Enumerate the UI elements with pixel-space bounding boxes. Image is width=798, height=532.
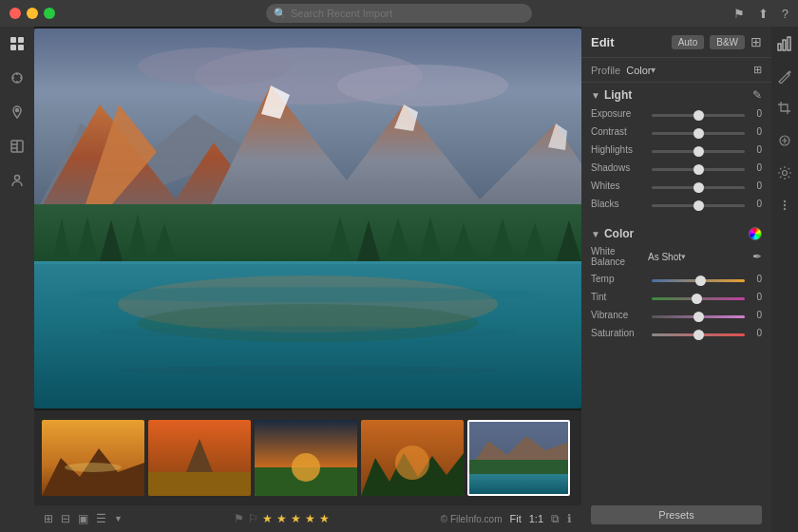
help-icon[interactable]: ? xyxy=(782,7,788,21)
saturation-value: 0 xyxy=(749,328,762,338)
star-2[interactable]: ★ xyxy=(276,512,287,525)
light-section-header[interactable]: ▼ Light ✎ xyxy=(591,88,762,102)
temp-label: Temp xyxy=(591,274,648,284)
saturation-slider[interactable] xyxy=(652,333,745,336)
svg-point-37 xyxy=(99,327,517,338)
settings-icon[interactable] xyxy=(775,163,794,182)
vibrance-slider[interactable] xyxy=(652,315,745,318)
sidebar-icon-library[interactable] xyxy=(8,34,27,53)
edit-title: Edit xyxy=(591,35,666,49)
share-icon[interactable]: ⬆ xyxy=(758,7,769,21)
profile-grid-icon[interactable]: ⊞ xyxy=(753,64,762,76)
contrast-slider[interactable] xyxy=(652,132,745,135)
filmstrip-thumb-4[interactable] xyxy=(361,420,464,496)
light-arrow-icon: ▼ xyxy=(591,90,600,101)
bottom-left: ⊞ ⊟ ▣ ☰ ▼ xyxy=(44,512,123,525)
svg-rect-55 xyxy=(469,474,570,496)
left-sidebar xyxy=(0,27,34,532)
maximize-button[interactable] xyxy=(44,8,55,19)
titlebar: 🔍 ⚑ ⬆ ? xyxy=(0,0,798,27)
star-1[interactable]: ★ xyxy=(262,512,273,525)
vibrance-row: Vibrance 0 xyxy=(591,309,762,320)
color-section-header[interactable]: ▼ Color xyxy=(591,227,762,240)
whites-value: 0 xyxy=(749,180,762,191)
highlights-row: Highlights 0 xyxy=(591,143,762,155)
eyedropper-icon[interactable]: ✒ xyxy=(752,250,762,263)
svg-point-63 xyxy=(784,208,786,210)
compare-icon[interactable]: ⧉ xyxy=(551,512,560,525)
single-view-icon[interactable]: ▣ xyxy=(78,512,88,525)
search-input[interactable] xyxy=(291,8,524,19)
temp-slider[interactable] xyxy=(652,279,745,282)
saturation-row: Saturation 0 xyxy=(591,327,762,338)
tint-value: 0 xyxy=(749,292,762,302)
profile-dropdown-icon[interactable]: ▾ xyxy=(651,65,656,75)
list-view-icon[interactable]: ☰ xyxy=(96,512,106,525)
exposure-slider[interactable] xyxy=(652,114,745,117)
healing-icon[interactable] xyxy=(775,131,794,150)
tint-label: Tint xyxy=(591,292,648,302)
grid-view-icon[interactable]: ⊞ xyxy=(44,512,53,525)
bw-button[interactable]: B&W xyxy=(710,35,745,49)
highlights-value: 0 xyxy=(749,144,762,155)
fit-label[interactable]: Fit xyxy=(509,513,521,524)
flag-right-icon[interactable]: ⚐ xyxy=(248,512,258,525)
star-4[interactable]: ★ xyxy=(305,512,315,525)
svg-rect-58 xyxy=(788,37,790,50)
tint-slider[interactable] xyxy=(652,297,745,300)
filmstrip-thumb-1[interactable] xyxy=(42,420,144,496)
contrast-label: Contrast xyxy=(591,126,648,137)
color-arrow-icon: ▼ xyxy=(591,229,600,239)
info-icon[interactable]: ℹ xyxy=(567,512,572,525)
filmstrip-thumb-2[interactable] xyxy=(148,420,251,496)
more-icon[interactable] xyxy=(775,196,794,215)
grid-button[interactable]: ⊞ xyxy=(750,34,762,49)
filter-icon[interactable]: ⚑ xyxy=(733,7,745,21)
sort-dropdown-icon[interactable]: ▼ xyxy=(114,514,123,523)
svg-point-7 xyxy=(15,176,20,180)
sidebar-icon-book[interactable] xyxy=(8,137,27,156)
highlights-slider[interactable] xyxy=(652,150,745,153)
crop-icon[interactable] xyxy=(775,99,794,118)
light-edit-icon[interactable]: ✎ xyxy=(752,88,762,102)
minimize-button[interactable] xyxy=(27,8,38,19)
sidebar-icon-map[interactable] xyxy=(8,103,27,122)
star-5[interactable]: ★ xyxy=(319,512,330,525)
svg-rect-57 xyxy=(783,40,786,50)
svg-rect-56 xyxy=(778,44,781,50)
temp-value: 0 xyxy=(749,274,762,284)
blacks-row: Blacks 0 xyxy=(591,198,762,209)
filmstrip-thumb-5[interactable] xyxy=(467,420,570,496)
sidebar-icon-develop[interactable] xyxy=(8,68,27,87)
histogram-icon[interactable] xyxy=(775,34,794,53)
auto-button[interactable]: Auto xyxy=(672,35,705,49)
exposure-label: Exposure xyxy=(591,108,648,119)
light-section-title: Light xyxy=(604,88,752,102)
color-section: ▼ Color White Balance As Shot ▾ ✒ Temp 0 xyxy=(581,221,771,351)
star-3[interactable]: ★ xyxy=(291,512,301,525)
profile-value: Color xyxy=(626,65,651,76)
traffic-lights xyxy=(10,8,55,19)
shadows-value: 0 xyxy=(749,162,762,173)
svg-point-60 xyxy=(783,171,788,176)
right-panel: Edit Auto B&W ⊞ Profile Color ▾ ⊞ ▼ Ligh… xyxy=(581,27,771,532)
flag-left-icon[interactable]: ⚑ xyxy=(234,512,244,525)
edit-tools-icon[interactable] xyxy=(775,66,794,86)
zoom-label[interactable]: 1:1 xyxy=(529,513,543,524)
shadows-slider[interactable] xyxy=(652,168,745,171)
copyright-text: © FileInfo.com xyxy=(441,514,503,524)
wb-dropdown-icon[interactable]: ▾ xyxy=(681,252,686,261)
vibrance-label: Vibrance xyxy=(591,310,648,320)
small-grid-icon[interactable]: ⊟ xyxy=(61,512,70,525)
presets-button[interactable]: Presets xyxy=(591,505,762,524)
contrast-value: 0 xyxy=(749,126,762,137)
filmstrip-thumb-3[interactable] xyxy=(255,420,357,496)
search-bar[interactable]: 🔍 xyxy=(266,4,532,23)
filmstrip xyxy=(34,410,581,505)
close-button[interactable] xyxy=(10,8,21,19)
svg-point-36 xyxy=(70,287,545,302)
sidebar-icon-people[interactable] xyxy=(8,171,27,190)
whites-slider[interactable] xyxy=(652,186,745,189)
blacks-slider[interactable] xyxy=(652,204,745,207)
svg-point-38 xyxy=(118,366,498,375)
